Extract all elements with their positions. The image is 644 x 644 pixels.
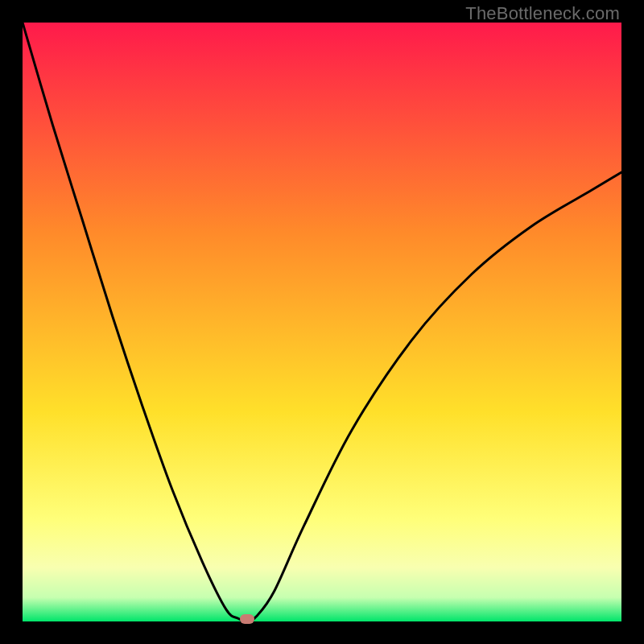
chart-plot bbox=[23, 23, 621, 621]
optimum-marker bbox=[240, 614, 254, 624]
gradient-background bbox=[23, 23, 621, 621]
chart-frame bbox=[23, 23, 621, 621]
watermark-text: TheBottleneck.com bbox=[465, 3, 620, 24]
